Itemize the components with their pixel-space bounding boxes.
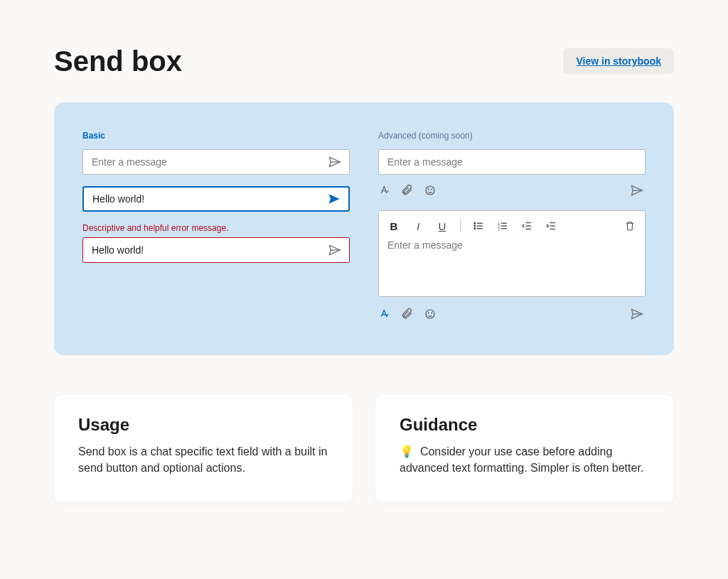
format-toolbar: B I U 123 [387,220,636,232]
attach-icon[interactable] [401,308,414,320]
svg-point-22 [428,313,429,313]
send-icon[interactable] [326,242,343,259]
sendbox-default [82,149,350,175]
indent-button[interactable] [545,220,557,232]
sendbox-rich: B I U 123 [378,210,646,297]
page-title: Send box [54,45,182,77]
sendbox-error [82,237,350,263]
bulb-icon: 💡 [400,445,414,458]
italic-button[interactable]: I [412,220,424,232]
guidance-text: Consider your use case before adding adv… [400,445,643,474]
send-icon[interactable] [628,182,646,199]
page-header: Send box View in storybook [54,45,674,77]
info-cards: Usage Send box is a chat specific text f… [54,395,674,502]
bullet-list-button[interactable] [472,220,485,232]
usage-body: Send box is a chat specific text field w… [78,443,328,476]
sendbox-advanced [378,149,646,175]
sendbox-error-message: Descriptive and helpful error message. [82,223,350,233]
rich-text-area[interactable]: Enter a message [387,239,636,289]
guidance-body: 💡 Consider your use case before adding a… [400,443,650,476]
svg-point-0 [426,186,434,195]
svg-point-5 [474,228,476,229]
svg-point-3 [474,222,476,224]
separator [460,220,461,232]
guidance-title: Guidance [400,415,650,435]
send-icon[interactable] [326,190,343,207]
svg-point-1 [428,189,429,190]
basic-column: Basic Descriptive and helpful error mess… [82,131,350,323]
rich-toolbar [378,305,646,323]
advanced-toolbar [378,182,646,199]
outdent-button[interactable] [520,220,533,232]
underline-button[interactable]: U [436,220,449,232]
sendbox-advanced-input[interactable] [386,156,639,168]
svg-point-4 [474,225,476,227]
svg-point-23 [432,313,432,313]
text-effects-icon[interactable] [378,184,391,197]
emoji-icon[interactable] [424,308,437,320]
send-icon[interactable] [628,305,646,323]
text-effects-icon[interactable] [378,308,391,320]
view-in-storybook-button[interactable]: View in storybook [563,48,674,74]
usage-card: Usage Send box is a chat specific text f… [54,395,353,502]
sendbox-focused [82,186,350,212]
usage-title: Usage [78,415,328,435]
svg-point-21 [426,310,434,318]
showcase-panel: Basic Descriptive and helpful error mess… [54,102,674,355]
basic-label: Basic [82,131,350,141]
emoji-icon[interactable] [424,184,437,197]
svg-text:3: 3 [498,228,500,232]
sendbox-error-input[interactable] [90,244,326,256]
sendbox-default-input[interactable] [90,156,326,168]
delete-button[interactable] [623,220,636,232]
attach-icon[interactable] [401,184,414,197]
guidance-card: Guidance 💡 Consider your use case before… [375,395,674,502]
svg-point-2 [432,189,432,190]
send-icon[interactable] [326,153,343,171]
sendbox-focused-input[interactable] [91,193,326,205]
advanced-column: Advanced (coming soon) [378,131,646,323]
bold-button[interactable]: B [387,220,400,232]
page-root: Send box View in storybook Basic Descr [0,0,728,579]
numbered-list-button[interactable]: 123 [496,220,509,232]
advanced-label: Advanced (coming soon) [378,131,646,141]
